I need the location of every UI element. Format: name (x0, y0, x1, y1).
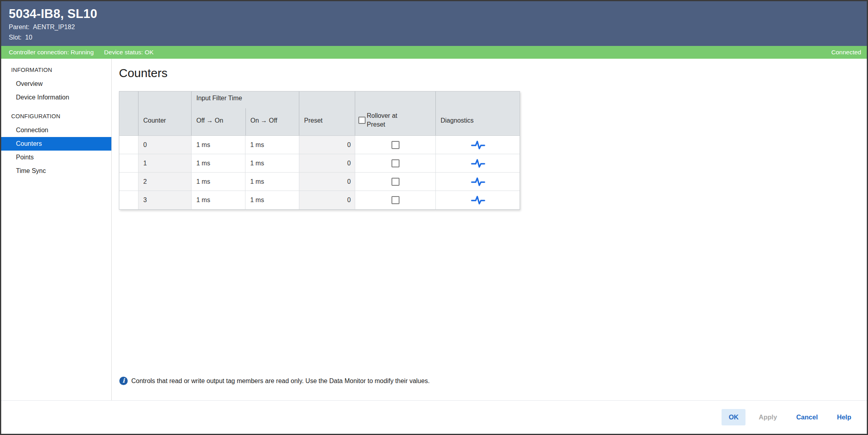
sidebar-item-overview[interactable]: Overview (1, 77, 111, 91)
sidebar-item-counters[interactable]: Counters (1, 137, 111, 151)
preset-cell: 0 (299, 173, 355, 191)
on-off-filter-cell[interactable]: 1 ms (245, 173, 299, 191)
sidebar-nav: INFORMATION Overview Device Information … (1, 59, 112, 400)
status-bar: Controller connection: Running Device st… (1, 46, 867, 59)
input-filter-time-subcolumns: Off → On On → Off (192, 108, 299, 135)
page-title: Counters (119, 65, 867, 81)
diagnostics-cell (435, 173, 520, 191)
input-filter-time-group-header: Input Filter Time Off → On On → Off (191, 91, 299, 135)
preset-column-header: Preset (299, 91, 355, 135)
apply-button[interactable]: Apply (753, 409, 783, 425)
footer-button-bar: OK Apply Cancel Help (1, 400, 867, 434)
off-on-column-header: Off → On (192, 108, 245, 135)
parent-label: Parent: (9, 24, 30, 30)
diagnostics-pulse-icon (471, 158, 486, 169)
sidebar-section-information: INFORMATION Overview Device Information (1, 63, 111, 104)
rollover-cell (355, 154, 435, 172)
rollover-checkbox[interactable] (391, 178, 399, 186)
main-content: Counters Counter Input Filter Time Off →… (112, 59, 867, 400)
off-on-filter-cell[interactable]: 1 ms (191, 154, 245, 172)
rollover-checkbox[interactable] (391, 196, 399, 204)
diagnostics-button[interactable] (469, 138, 487, 152)
status-left: Controller connection: Running Device st… (9, 49, 154, 56)
parent-line: Parent:AENTR_IP182 (9, 22, 859, 32)
diagnostics-button[interactable] (469, 193, 487, 207)
rollover-cell (355, 136, 435, 154)
row-selector-cell[interactable] (119, 173, 138, 191)
row-selector-cell[interactable] (119, 191, 138, 209)
diagnostics-pulse-icon (471, 140, 486, 150)
counter-cell: 3 (138, 191, 191, 209)
input-filter-time-label: Input Filter Time (192, 91, 299, 108)
slot-value: 10 (25, 34, 32, 41)
rollover-header-label: Rollover at Preset (367, 111, 405, 129)
device-status: Device status: OK (104, 49, 154, 56)
diagnostics-cell (435, 154, 520, 172)
rollover-checkbox[interactable] (391, 141, 399, 149)
on-off-filter-cell[interactable]: 1 ms (245, 154, 299, 172)
off-on-filter-cell[interactable]: 1 ms (191, 191, 245, 209)
table-row: 1 1 ms 1 ms 0 (119, 154, 520, 173)
table-row: 0 1 ms 1 ms 0 (119, 136, 520, 154)
table-header: Counter Input Filter Time Off → On On → … (119, 91, 520, 136)
row-selector-cell[interactable] (119, 154, 138, 172)
counter-column-header: Counter (138, 91, 191, 135)
on-off-filter-cell[interactable]: 1 ms (245, 191, 299, 209)
rollover-cell (355, 173, 435, 191)
controller-connection-status: Controller connection: Running (9, 49, 94, 56)
slot-line: Slot:10 (9, 32, 859, 43)
preset-cell: 0 (299, 136, 355, 154)
sidebar-section-configuration: CONFIGURATION Connection Counters Points… (1, 109, 111, 178)
diagnostics-pulse-icon (471, 195, 486, 205)
read-only-note: i Controls that read or write output tag… (119, 377, 430, 385)
module-properties-window: 5034-IB8, SL10 Parent:AENTR_IP182 Slot:1… (0, 0, 868, 435)
title-bar: 5034-IB8, SL10 Parent:AENTR_IP182 Slot:1… (1, 1, 867, 46)
table-row: 3 1 ms 1 ms 0 (119, 191, 520, 209)
off-on-filter-cell[interactable]: 1 ms (191, 136, 245, 154)
slot-label: Slot: (9, 34, 22, 41)
rollover-checkbox[interactable] (391, 159, 399, 167)
row-selector-cell[interactable] (119, 136, 138, 154)
on-off-filter-cell[interactable]: 1 ms (245, 136, 299, 154)
diagnostics-button[interactable] (469, 175, 487, 189)
rollover-column-header: Rollover at Preset (355, 91, 435, 135)
row-selector-header-cell (119, 91, 138, 135)
on-off-column-header: On → Off (245, 108, 299, 135)
rollover-all-checkbox[interactable] (358, 117, 366, 124)
ok-button[interactable]: OK (722, 409, 745, 425)
module-title: 5034-IB8, SL10 (9, 6, 859, 22)
section-label-configuration: CONFIGURATION (1, 109, 111, 123)
diagnostics-button[interactable] (469, 157, 487, 170)
sidebar-item-connection[interactable]: Connection (1, 123, 111, 137)
cancel-button[interactable]: Cancel (790, 409, 824, 425)
note-text: Controls that read or write output tag m… (131, 377, 430, 385)
counter-cell: 0 (138, 136, 191, 154)
parent-value: AENTR_IP182 (33, 24, 75, 30)
diagnostics-cell (435, 191, 520, 209)
sidebar-item-points[interactable]: Points (1, 151, 111, 164)
counter-cell: 2 (138, 173, 191, 191)
help-button[interactable]: Help (831, 409, 857, 425)
preset-cell: 0 (299, 191, 355, 209)
section-label-information: INFORMATION (1, 63, 111, 77)
off-on-filter-cell[interactable]: 1 ms (191, 173, 245, 191)
sidebar-item-device-information[interactable]: Device Information (1, 91, 111, 104)
diagnostics-column-header: Diagnostics (435, 91, 520, 135)
rollover-cell (355, 191, 435, 209)
info-icon: i (119, 377, 128, 385)
body: INFORMATION Overview Device Information … (1, 59, 867, 400)
diagnostics-pulse-icon (471, 177, 486, 187)
sidebar-item-time-sync[interactable]: Time Sync (1, 164, 111, 178)
preset-cell: 0 (299, 154, 355, 172)
table-row: 2 1 ms 1 ms 0 (119, 173, 520, 191)
connection-state: Connected (831, 49, 861, 56)
diagnostics-cell (435, 136, 520, 154)
counters-table: Counter Input Filter Time Off → On On → … (119, 91, 520, 210)
counter-cell: 1 (138, 154, 191, 172)
